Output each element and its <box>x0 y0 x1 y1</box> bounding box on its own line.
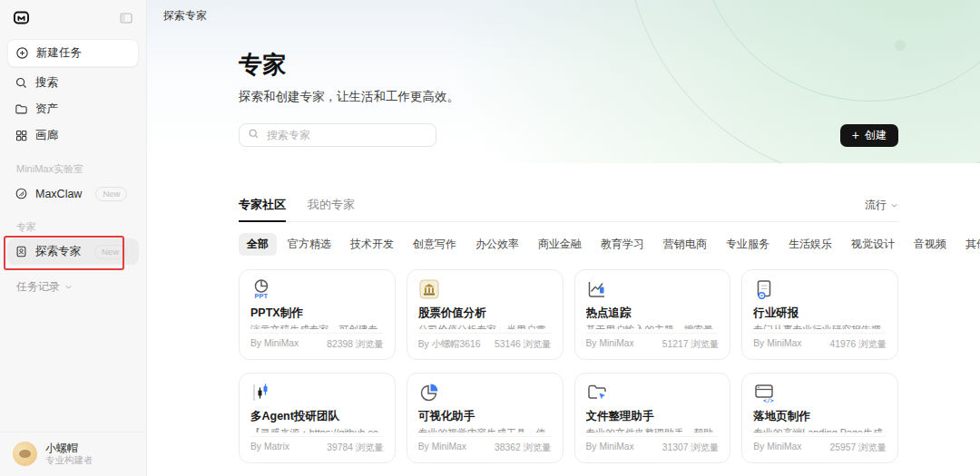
category-pill[interactable]: 其他 <box>957 233 980 256</box>
sidebar-item-label: 搜索 <box>35 75 58 91</box>
expert-card-title: 股票价值分析 <box>418 306 552 321</box>
category-pill[interactable]: 生活娱乐 <box>780 233 840 256</box>
category-pill[interactable]: 官方精选 <box>279 233 339 256</box>
category-pill[interactable]: 技术开发 <box>342 233 402 256</box>
landing-page-icon: </> <box>753 382 775 403</box>
expert-card-author: By MiniMax <box>753 442 801 454</box>
expert-card[interactable]: 可视化助手 专业的视觉内容生成工具，使用AI图像生成从零创建演示文稿、信息图、.… <box>407 373 564 463</box>
sidebar-item-label: 资产 <box>35 102 58 117</box>
sidebar-collapse-icon[interactable] <box>119 11 133 29</box>
sort-dropdown[interactable]: 流行 <box>865 198 898 221</box>
user-profile[interactable]: 小螺帽 专业构建者 <box>0 432 146 476</box>
expert-card-views: 25957 浏览量 <box>830 442 887 454</box>
page-title: 专家 <box>239 49 898 81</box>
search-input[interactable] <box>265 128 427 142</box>
expert-card-views: 31307 浏览量 <box>662 442 719 454</box>
expert-card[interactable]: 文件整理助手 专业的文件夹整理助手，帮助用户安全地整理和清理文件夹。在清理前自.… <box>574 373 731 463</box>
svg-text:</>: </> <box>763 397 774 403</box>
folder-select-icon <box>586 382 608 403</box>
category-pill[interactable]: 营销电商 <box>655 233 715 256</box>
expert-card-author: By MiniMax <box>586 442 634 454</box>
expert-card-views: 38362 浏览量 <box>495 442 551 454</box>
expert-card-title: 可视化助手 <box>418 409 552 424</box>
sidebar-item-maxclaw[interactable]: MaxClaw New <box>7 180 139 207</box>
search-icon <box>15 76 28 90</box>
expert-card-views: 39784 浏览量 <box>327 442 383 454</box>
sidebar: 新建任务 搜索 资产 画廊 MiniMax实验室 <box>0 0 147 476</box>
pen-claw-icon <box>15 187 28 200</box>
tab-my-experts[interactable]: 我的专家 <box>308 197 355 221</box>
app-logo-icon <box>13 9 30 30</box>
category-pill[interactable]: 创意写作 <box>405 233 465 256</box>
expert-card-views: 41976 浏览量 <box>830 338 887 351</box>
task-records-label: 任务记录 <box>16 279 60 295</box>
plus-icon: + <box>852 129 859 141</box>
expert-card[interactable]: 行业研报 专门从事专业行业研究报告撰写的专家级智能体。当用户需要全面的市场...… <box>741 269 898 360</box>
sidebar-item-new-task[interactable]: 新建任务 <box>7 39 139 67</box>
tab-expert-community[interactable]: 专家社区 <box>239 197 286 221</box>
expert-badge-icon <box>15 245 28 258</box>
expert-card-title: 行业研报 <box>753 306 887 321</box>
expert-card-description: 专业的视觉内容生成工具，使用AI图像生成从零创建演示文稿、信息图、... <box>418 426 552 432</box>
sidebar-section-lab: MiniMax实验室 <box>7 149 139 180</box>
create-button[interactable]: + 创建 <box>840 124 898 147</box>
expert-card-description: 基于用户输入的主题，搜索最新信源、挖掘近期爆点话题，并生成高质... <box>586 323 720 329</box>
expert-search-box[interactable] <box>239 123 436 147</box>
ppt-chart-icon: PPT <box>250 278 272 300</box>
expert-card[interactable]: 股票价值分析 公司价值分析专家。当用户需要分析公司投资价值时使用此专家。请直接.… <box>407 269 564 360</box>
sidebar-item-label: 探索专家 <box>35 244 81 259</box>
sidebar-item-gallery[interactable]: 画廊 <box>7 122 139 149</box>
pie-chart-icon <box>418 382 440 403</box>
category-pill[interactable]: 教育学习 <box>593 233 652 256</box>
category-pill[interactable]: 办公效率 <box>467 233 527 256</box>
expert-card[interactable]: PPT PPTX制作 演示文稿生成专家。可创建专业的多页 HTML-PPT 演示… <box>239 269 396 360</box>
expert-card-title: 热点追踪 <box>586 306 720 321</box>
trend-chart-icon <box>586 278 608 300</box>
sidebar-section-experts: 专家 <box>7 207 139 238</box>
sidebar-item-task-records[interactable]: 任务记录 <box>7 265 139 295</box>
category-filter-row: 全部官方精选技术开发创意写作办公效率商业金融教育学习营销电商专业服务生活娱乐视觉… <box>239 233 898 256</box>
sidebar-item-label: 新建任务 <box>36 45 82 61</box>
category-pill[interactable]: 视觉设计 <box>843 233 903 256</box>
expert-card-description: 专业的高端Landing Page生成工具，创建视觉震撼、设计精良的网页。 <box>753 426 887 432</box>
expert-card-title: PPTX制作 <box>250 306 384 321</box>
category-pill[interactable]: 音视频 <box>906 233 955 256</box>
new-badge: New <box>94 245 126 259</box>
expert-card[interactable]: 热点追踪 基于用户输入的主题，搜索最新信源、挖掘近期爆点话题，并生成高质... … <box>574 269 731 360</box>
expert-card-views: 51217 浏览量 <box>662 338 719 351</box>
expert-card-description: 演示文稿生成专家。可创建专业的多页 HTML-PPT 演示文稿，并支持导... <box>250 323 384 329</box>
sidebar-item-explore-experts[interactable]: 探索专家 New <box>7 238 139 265</box>
expert-card-description: 公司价值分析专家。当用户需要分析公司投资价值时使用此专家。请直接... <box>418 323 552 329</box>
expert-card[interactable]: 多Agent投研团队 【灵感来源：https://github.com/Taur… <box>239 373 396 463</box>
report-doc-icon <box>753 278 775 300</box>
expert-card-views: 82398 浏览量 <box>327 338 383 351</box>
sidebar-item-label: 画廊 <box>35 128 58 143</box>
category-pill[interactable]: 全部 <box>239 233 277 256</box>
user-role: 专业构建者 <box>45 454 93 467</box>
plus-circle-icon <box>15 46 29 60</box>
expert-card-grid: PPT PPTX制作 演示文稿生成专家。可创建专业的多页 HTML-PPT 演示… <box>239 269 898 476</box>
category-pill[interactable]: 专业服务 <box>718 233 778 256</box>
search-icon <box>248 127 260 143</box>
sidebar-item-search[interactable]: 搜索 <box>7 70 139 96</box>
expert-card-author: By MiniMax <box>753 338 801 351</box>
svg-text:PPT: PPT <box>255 292 269 300</box>
expert-card-author: By MiniMax <box>250 338 299 351</box>
app-window: 新建任务 搜索 资产 画廊 MiniMax实验室 <box>0 0 980 476</box>
expert-card-title: 落地页制作 <box>753 409 887 424</box>
page-subtitle: 探索和创建专家，让生活和工作更高效。 <box>239 89 898 105</box>
new-badge: New <box>95 187 127 201</box>
sidebar-item-label: MaxClaw <box>35 188 82 200</box>
expert-card-description: 【灵感来源：https://github.com/TauricResearc..… <box>250 426 384 432</box>
category-pill[interactable]: 商业金融 <box>530 233 590 256</box>
folder-icon <box>15 102 28 116</box>
expert-card-author: By MiniMax <box>586 338 634 351</box>
chevron-down-icon <box>890 199 898 212</box>
expert-card-title: 多Agent投研团队 <box>250 409 384 424</box>
bank-building-icon <box>418 278 440 300</box>
sidebar-item-assets[interactable]: 资产 <box>7 96 139 122</box>
avatar <box>13 442 37 466</box>
breadcrumb: 探索专家 <box>147 0 980 24</box>
expert-card[interactable]: </> 落地页制作 专业的高端Landing Page生成工具，创建视觉震撼、设… <box>741 373 898 463</box>
expert-card-title: 文件整理助手 <box>586 409 720 424</box>
